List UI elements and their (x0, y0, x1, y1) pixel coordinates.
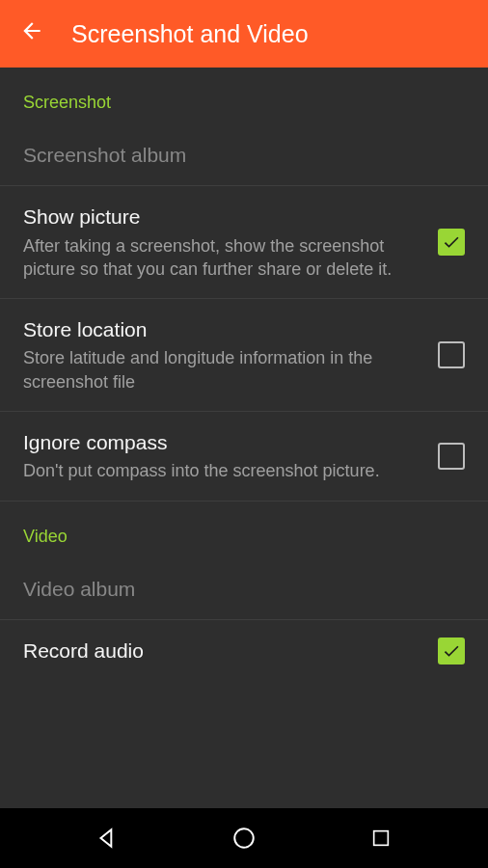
record-audio-item[interactable]: Record audio (0, 620, 488, 682)
item-title: Ignore compass (23, 429, 422, 455)
store-location-checkbox[interactable] (438, 341, 465, 368)
show-picture-checkbox[interactable] (438, 229, 465, 256)
item-title: Video album (23, 576, 449, 602)
show-picture-item[interactable]: Show picture After taking a screenshot, … (0, 186, 488, 298)
svg-rect-1 (374, 831, 389, 846)
item-subtitle: After taking a screenshot, show the scre… (23, 234, 422, 282)
section-header-video: Video (0, 502, 488, 558)
item-title: Store location (23, 316, 422, 342)
nav-home-icon[interactable] (230, 825, 258, 852)
page-title: Screenshot and Video (71, 20, 309, 48)
android-navbar (0, 808, 488, 868)
screenshot-album-item[interactable]: Screenshot album (0, 124, 488, 185)
item-subtitle: Don't put compass into the screenshot pi… (23, 459, 422, 482)
item-subtitle: Store latitude and longitude information… (23, 346, 422, 393)
nav-back-icon[interactable] (94, 825, 121, 852)
item-title: Screenshot album (23, 142, 449, 168)
video-album-item[interactable]: Video album (0, 558, 488, 619)
settings-content: Screenshot Screenshot album Show picture… (0, 68, 488, 682)
item-title: Record audio (23, 637, 422, 664)
header: Screenshot and Video (0, 0, 488, 68)
ignore-compass-checkbox[interactable] (438, 443, 465, 470)
back-arrow-icon[interactable] (19, 18, 44, 50)
store-location-item[interactable]: Store location Store latitude and longit… (0, 299, 488, 411)
ignore-compass-item[interactable]: Ignore compass Don't put compass into th… (0, 412, 488, 501)
nav-recent-icon[interactable] (367, 825, 394, 852)
section-header-screenshot: Screenshot (0, 68, 488, 124)
svg-point-0 (234, 828, 254, 848)
item-title: Show picture (23, 203, 422, 230)
record-audio-checkbox[interactable] (438, 637, 465, 665)
